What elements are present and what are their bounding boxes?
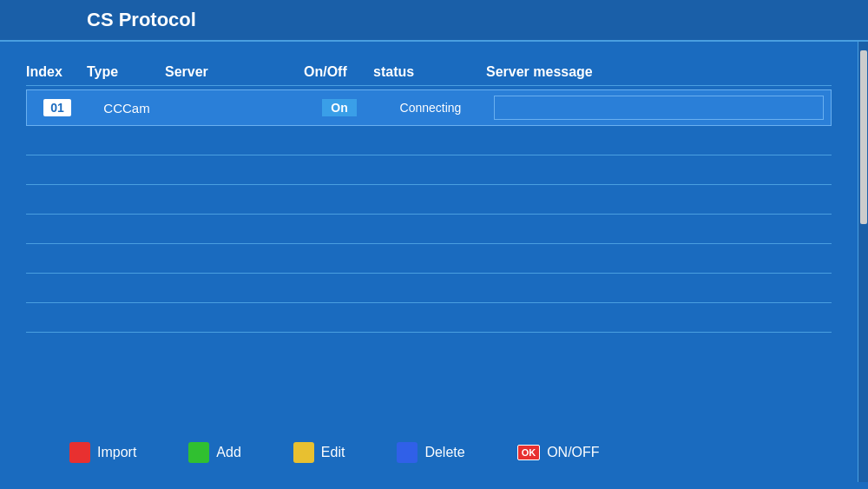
empty-row-4 — [26, 216, 832, 244]
empty-row-1 — [26, 128, 832, 155]
col-onoff: On/Off — [304, 64, 373, 80]
table-row[interactable]: 01 CCCam On Connecting — [26, 89, 832, 126]
cell-index: 01 — [27, 94, 88, 122]
delete-icon — [397, 442, 418, 463]
import-action[interactable]: Import — [69, 442, 136, 463]
col-server: Server — [165, 64, 304, 80]
cell-type: CCCam — [88, 96, 166, 121]
edit-label: Edit — [321, 445, 345, 460]
cell-server-message — [487, 90, 831, 125]
add-action[interactable]: Add — [188, 442, 240, 463]
scrollbar-thumb[interactable] — [860, 50, 867, 224]
content-area: Index Type Server On/Off status Server m… — [0, 42, 858, 482]
scrollbar[interactable] — [858, 42, 868, 482]
cell-status: Connecting — [374, 96, 487, 120]
onoff-label: ON/OFF — [547, 445, 599, 460]
delete-action[interactable]: Delete — [397, 442, 464, 463]
onoff-action[interactable]: OK ON/OFF — [517, 445, 600, 460]
col-status: status — [373, 64, 486, 80]
index-value: 01 — [43, 99, 71, 116]
add-label: Add — [216, 445, 240, 460]
empty-row-3 — [26, 187, 832, 215]
onoff-badge: On — [322, 99, 356, 116]
empty-row-7 — [26, 305, 832, 333]
empty-row-5 — [26, 246, 832, 274]
delete-label: Delete — [424, 445, 464, 460]
cell-server — [166, 102, 305, 113]
table-container: Index Type Server On/Off status Server m… — [26, 59, 832, 333]
import-label: Import — [97, 445, 136, 460]
col-type: Type — [87, 64, 165, 80]
col-server-message: Server message — [486, 64, 832, 80]
top-bar: CS Protocol — [0, 0, 868, 42]
ok-badge-icon: OK — [517, 445, 541, 460]
server-message-box — [494, 96, 824, 120]
cell-onoff: On — [305, 94, 374, 122]
page-title: CS Protocol — [87, 9, 196, 31]
edit-icon — [293, 442, 314, 463]
table-header: Index Type Server On/Off status Server m… — [26, 59, 832, 86]
bottom-action-bar: Import Add Edit Delete OK ON/OFF — [69, 442, 842, 463]
empty-row-2 — [26, 157, 832, 185]
edit-action[interactable]: Edit — [293, 442, 345, 463]
import-icon — [69, 442, 90, 463]
add-icon — [188, 442, 209, 463]
col-index: Index — [26, 64, 87, 80]
empty-row-6 — [26, 275, 832, 303]
